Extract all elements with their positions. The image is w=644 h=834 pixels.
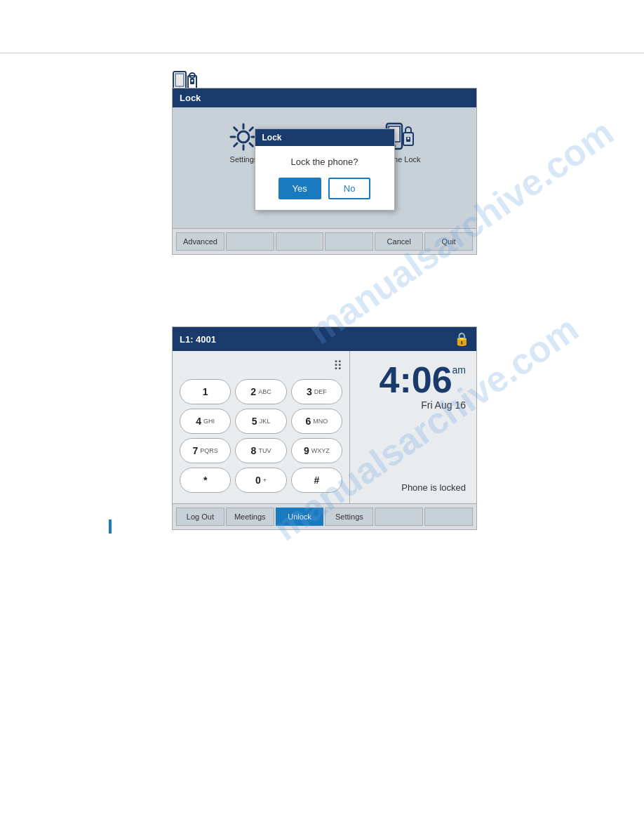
quit-button[interactable]: Quit [424,232,473,251]
settings-button[interactable]: Settings [325,508,373,526]
keypad-dots-icon: ⠿ [333,358,342,373]
modal-buttons: Yes No [266,178,384,199]
screen2-titlebar: L1: 4001 🔒 [173,327,476,351]
key-4[interactable]: 4 GHI [180,409,231,434]
modal-question: Lock the phone? [266,157,384,167]
unlock-button[interactable]: Unlock [276,508,324,526]
key-star[interactable]: * [180,468,231,493]
screen1-lock-dialog: Lock Se [172,88,477,255]
toolbar2-btn5 [375,508,423,526]
toolbar-btn4 [325,232,373,251]
key-8[interactable]: 8 TUV [235,438,286,463]
keypad-top: ⠿ [180,358,342,373]
screen1-content: Settings Lock [173,107,476,228]
key-hash[interactable]: # [291,468,342,493]
svg-rect-1 [175,74,184,86]
clock-time: 4:06 am [379,362,466,398]
screen2-body: ⠿ 1 2 ABC 3 DEF 4 GHI [173,351,476,503]
key-1[interactable]: 1 [180,379,231,404]
screen2-title: L1: 4001 [180,334,216,345]
modal-overlay: Lock Lock the phone? Yes No [194,128,455,211]
yes-button[interactable]: Yes [279,178,321,199]
key-2[interactable]: 2 ABC [235,379,286,404]
key-0[interactable]: 0 + [235,468,286,493]
no-button[interactable]: No [328,178,371,199]
clock-panel: 4:06 am Fri Aug 16 Phone is locked [350,351,476,503]
screen2-toolbar: Log Out Meetings Unlock Settings [173,503,476,529]
modal-title: Lock [262,133,282,143]
clock-ampm: am [452,364,466,376]
modal-body: Lock the phone? Yes No [255,146,394,210]
lock-confirm-dialog: Lock Lock the phone? Yes No [255,128,395,211]
phone-locked-status: Phone is locked [401,482,466,503]
modal-titlebar: Lock [255,129,394,146]
screen1-title: Lock [180,93,201,103]
toolbar-btn3 [276,232,324,251]
key-9[interactable]: 9 WXYZ [291,438,342,463]
lock-status-icon: 🔒 [454,331,469,347]
keypad-grid: 1 2 ABC 3 DEF 4 GHI 5 JKL [180,379,342,493]
logout-button[interactable]: Log Out [176,508,224,526]
svg-point-6 [192,80,194,82]
advanced-button[interactable]: Advanced [176,232,224,251]
clock-hour: 4:06 [379,362,452,398]
top-divider [0,53,644,53]
toolbar2-btn6 [424,508,473,526]
keypad-panel: ⠿ 1 2 ABC 3 DEF 4 GHI [173,351,350,503]
key-3[interactable]: 3 DEF [291,379,342,404]
clock-date: Fri Aug 16 [421,399,466,411]
key-6[interactable]: 6 MNO [291,409,342,434]
screen2-locked-phone: L1: 4001 🔒 ⠿ 1 2 ABC 3 DEF [172,326,477,530]
cancel-button[interactable]: Cancel [375,232,423,251]
key-7[interactable]: 7 PQRS [180,438,231,463]
blue-marker [109,519,112,534]
screen1-titlebar: Lock [173,88,476,107]
key-5[interactable]: 5 JKL [235,409,286,434]
screen1-toolbar: Advanced Cancel Quit [173,228,476,254]
meetings-button[interactable]: Meetings [226,508,274,526]
toolbar-btn2 [226,232,274,251]
